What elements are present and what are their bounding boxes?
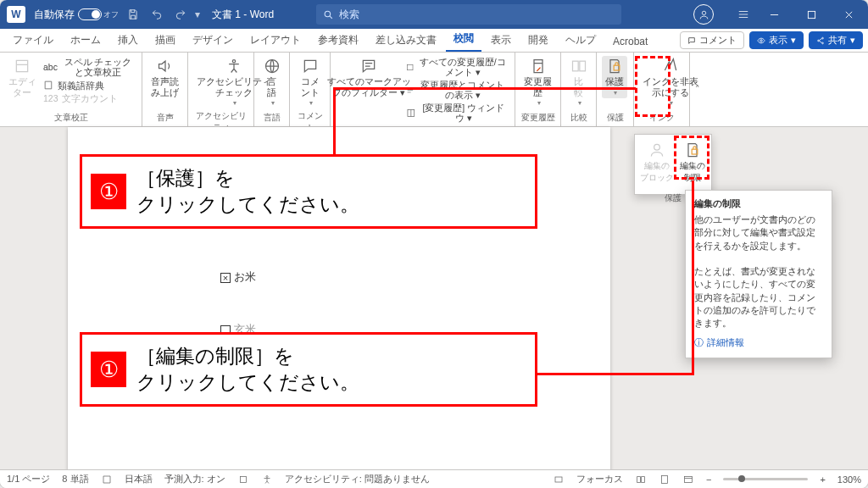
tab-developer[interactable]: 開発 bbox=[520, 29, 556, 52]
search-input[interactable]: 検索 bbox=[316, 4, 621, 25]
document-title: 文書 1 - Word bbox=[212, 8, 274, 22]
account-button[interactable] bbox=[693, 4, 714, 25]
reviewing-pane-button[interactable]: [変更履歴] ウィンドウ ▾ bbox=[404, 102, 509, 124]
display-for-review-button[interactable]: すべての変更履歴/コメント ▾ bbox=[404, 56, 509, 78]
editor-button[interactable]: エディ ター bbox=[5, 56, 39, 99]
annotation-2: ① ［編集の制限］を クリックしてください。 bbox=[80, 332, 537, 407]
annot-line-1v bbox=[333, 87, 336, 154]
highlight-protect-button bbox=[635, 56, 670, 117]
zoom-level[interactable]: 130% bbox=[837, 474, 861, 485]
tab-draw[interactable]: 描画 bbox=[147, 29, 183, 52]
status-language[interactable]: 日本語 bbox=[125, 473, 153, 485]
group-compare-label: 比較 bbox=[566, 110, 591, 126]
block-authors-button: 編集の ブロック bbox=[638, 140, 676, 186]
show-markup-button[interactable]: 変更履歴とコメントの表示 ▾ bbox=[404, 79, 509, 101]
title-bar: W 自動保存 オフ ▾ 文書 1 - Word 検索 bbox=[0, 0, 868, 29]
group-comments-label: コメント bbox=[295, 108, 325, 127]
share-button[interactable]: 共有▾ bbox=[809, 31, 863, 49]
svg-rect-12 bbox=[579, 61, 585, 71]
status-focus[interactable]: フォーカス bbox=[576, 473, 623, 485]
tab-file[interactable]: ファイル bbox=[5, 29, 61, 52]
autosave-label: 自動保存 bbox=[34, 8, 75, 22]
svg-point-4 bbox=[822, 37, 824, 39]
protect-button[interactable]: 保護 bbox=[602, 56, 627, 98]
comments-pane-button[interactable]: コメント bbox=[680, 31, 744, 49]
group-accessibility-label: アクセシビリティ bbox=[193, 108, 248, 127]
status-page[interactable]: 1/1 ページ bbox=[7, 473, 50, 485]
accessibility-status-icon bbox=[261, 474, 273, 485]
svg-rect-9 bbox=[408, 64, 413, 69]
word-app-icon: W bbox=[7, 6, 25, 23]
undo-icon[interactable] bbox=[147, 3, 166, 26]
svg-rect-16 bbox=[240, 476, 246, 482]
annotation-2-text: ［編集の制限］を クリックしてください。 bbox=[136, 343, 359, 396]
focus-mode-icon[interactable] bbox=[553, 474, 565, 485]
spellcheck-button[interactable]: abcスペル チェックと文章校正 bbox=[42, 56, 136, 78]
tab-view[interactable]: 表示 bbox=[483, 29, 519, 52]
collapse-ribbon-button[interactable]: ˄ bbox=[690, 84, 705, 95]
autosave-state: オフ bbox=[103, 9, 119, 20]
maximize-button[interactable] bbox=[795, 3, 827, 26]
svg-point-14 bbox=[654, 144, 660, 150]
view-print-icon[interactable] bbox=[659, 474, 670, 485]
close-button[interactable] bbox=[832, 3, 865, 26]
annotation-1: ① ［保護］を クリックしてください。 bbox=[80, 154, 537, 229]
search-placeholder: 検索 bbox=[339, 8, 359, 22]
svg-rect-20 bbox=[684, 476, 692, 482]
status-predictive-input[interactable]: 予測入力: オン bbox=[164, 473, 225, 485]
document-line-1: お米 bbox=[220, 269, 256, 285]
highlight-restrict-button bbox=[674, 136, 709, 180]
group-changes-label: 変更履歴 bbox=[520, 110, 555, 126]
redo-icon[interactable] bbox=[171, 3, 190, 26]
tab-home[interactable]: ホーム bbox=[63, 29, 108, 52]
svg-point-6 bbox=[822, 42, 824, 44]
group-speech-label: 音声 bbox=[147, 110, 182, 126]
tab-review[interactable]: 校閲 bbox=[446, 27, 481, 52]
tab-help[interactable]: ヘルプ bbox=[558, 29, 604, 52]
tab-references[interactable]: 参考資料 bbox=[310, 29, 366, 52]
language-button[interactable]: 言語 bbox=[259, 56, 284, 108]
proofing-status-icon[interactable] bbox=[101, 474, 113, 485]
thesaurus-button[interactable]: 類義語辞典 bbox=[42, 79, 136, 92]
svg-point-1 bbox=[702, 11, 705, 14]
zoom-slider[interactable] bbox=[723, 478, 808, 480]
annot-line-2v bbox=[692, 180, 694, 375]
tab-acrobat[interactable]: Acrobat bbox=[605, 31, 655, 52]
tooltip-body: 他のユーザーが文書内のどの部分に対して編集や書式設定を行えるかを設定します。 た… bbox=[694, 214, 823, 330]
annotation-1-text: ［保護］を クリックしてください。 bbox=[136, 165, 359, 218]
view-web-icon[interactable] bbox=[682, 474, 694, 485]
tab-mailings[interactable]: 差し込み文書 bbox=[368, 29, 444, 52]
annotation-1-badge: ① bbox=[91, 174, 126, 209]
zoom-out-button[interactable]: − bbox=[706, 474, 711, 485]
tab-layout[interactable]: レイアウト bbox=[242, 29, 309, 52]
autosave-switch[interactable] bbox=[78, 8, 102, 20]
tooltip-more-info-link[interactable]: 詳細情報 bbox=[694, 336, 823, 349]
macro-status-icon[interactable] bbox=[237, 474, 249, 485]
svg-point-3 bbox=[760, 39, 763, 42]
read-aloud-button[interactable]: 音声読 み上げ bbox=[147, 56, 182, 99]
track-changes-button[interactable]: 変更履歴 bbox=[520, 56, 555, 108]
svg-rect-2 bbox=[808, 11, 815, 18]
group-protect-label: 保護 bbox=[602, 110, 628, 126]
view-mode-button[interactable]: 表示▾ bbox=[749, 31, 804, 49]
markup-filter-button[interactable]: すべてのマークアッ プのフィルター ▾ bbox=[336, 56, 402, 99]
svg-point-5 bbox=[818, 40, 820, 42]
view-read-icon[interactable] bbox=[635, 474, 647, 485]
minimize-button[interactable] bbox=[758, 3, 790, 26]
autosave-toggle[interactable]: 自動保存 オフ bbox=[34, 8, 119, 22]
comment-button[interactable]: コメント bbox=[295, 56, 325, 108]
status-accessibility[interactable]: アクセシビリティ: 問題ありません bbox=[285, 473, 430, 485]
group-language-label: 言語 bbox=[259, 110, 284, 126]
ribbon-options-icon[interactable] bbox=[734, 3, 753, 26]
tab-insert[interactable]: 挿入 bbox=[110, 29, 146, 52]
compare-button[interactable]: 比較 bbox=[566, 56, 591, 108]
zoom-in-button[interactable]: + bbox=[820, 474, 825, 485]
annot-line-2h bbox=[537, 373, 692, 375]
svg-rect-11 bbox=[572, 61, 578, 71]
wordcount-button[interactable]: 123文字カウント bbox=[42, 92, 136, 104]
tab-design[interactable]: デザイン bbox=[185, 29, 241, 52]
svg-point-0 bbox=[325, 11, 331, 17]
status-word-count[interactable]: 8 単語 bbox=[62, 473, 88, 485]
group-proofing-label: 文章校正 bbox=[5, 110, 136, 126]
save-icon[interactable] bbox=[124, 3, 142, 26]
